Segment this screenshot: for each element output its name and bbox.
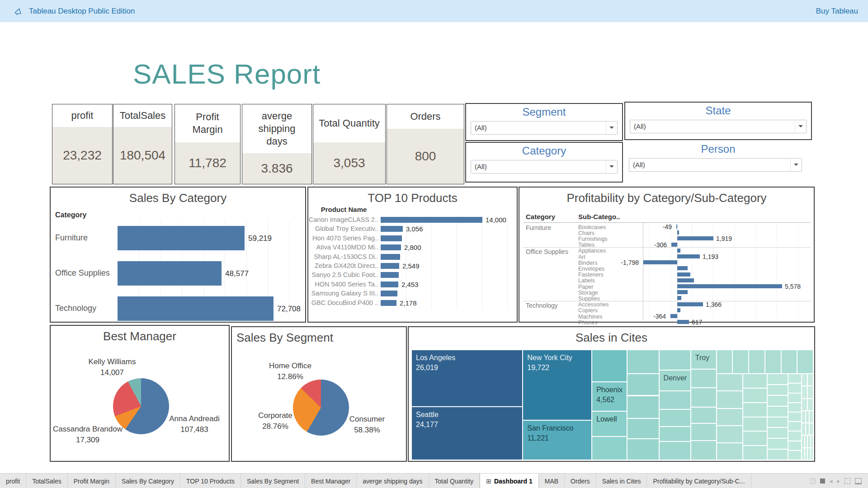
treemap-cell[interactable] (659, 391, 691, 409)
treemap-cell[interactable] (717, 374, 743, 391)
treemap-cell[interactable] (807, 374, 813, 386)
treemap-cell-troy[interactable]: Troy (691, 350, 717, 369)
treemap-cell[interactable] (717, 408, 743, 426)
treemap-cell[interactable] (749, 350, 765, 374)
treemap-cell[interactable] (802, 399, 807, 411)
treemap-cell[interactable] (691, 388, 717, 407)
sheet-tab-profit-margin[interactable]: Profit Margin (68, 474, 116, 488)
treemap-cell[interactable] (806, 411, 810, 423)
category-dropdown[interactable]: (All) (471, 160, 618, 174)
treemap-cell[interactable] (659, 441, 691, 460)
treemap-cell[interactable] (767, 438, 788, 449)
treemap-cell[interactable] (659, 350, 691, 370)
sheet-tab-best-manager[interactable]: Best Manager (305, 474, 357, 488)
product-bar[interactable] (381, 217, 482, 223)
person-dropdown[interactable]: (All) (629, 158, 802, 172)
treemap-cell-los-angeles[interactable]: Los Angeles26,019 (411, 350, 523, 407)
treemap-cell[interactable] (627, 374, 659, 395)
show-sheet-sorter-icon[interactable] (820, 479, 825, 483)
treemap-cell[interactable] (743, 374, 767, 388)
sheet-tab-totalsales[interactable]: TotalSales (26, 474, 68, 488)
treemap-cell[interactable] (788, 422, 802, 431)
sheet-tab-total-quantity[interactable]: Total Quantity (429, 474, 480, 488)
product-bar[interactable] (381, 235, 402, 241)
treemap-cell[interactable] (627, 350, 659, 374)
category-bar[interactable] (118, 226, 245, 250)
treemap-cell[interactable] (767, 417, 788, 428)
product-bar[interactable] (381, 263, 399, 269)
treemap-cell[interactable] (788, 403, 802, 412)
subcategory-bar[interactable] (677, 266, 688, 270)
treemap-cell[interactable] (767, 427, 788, 438)
state-dropdown[interactable]: (All) (630, 120, 807, 133)
treemap-cell[interactable] (592, 436, 627, 460)
subcategory-bar[interactable] (677, 284, 782, 288)
treemap-cell[interactable] (659, 427, 691, 442)
treemap-cell[interactable] (788, 412, 802, 422)
treemap-cell[interactable] (802, 374, 807, 386)
treemap-cell[interactable] (767, 385, 788, 395)
sheet-tab-profitability-by-category-sub-c-[interactable]: Profitability by Category/Sub-C... (647, 474, 751, 488)
presentation-mode-icon[interactable] (855, 478, 862, 484)
treemap-cell[interactable] (659, 409, 691, 427)
treemap-cell[interactable] (806, 423, 810, 435)
treemap-cell[interactable] (807, 399, 813, 411)
product-bar[interactable] (381, 300, 396, 306)
treemap-cell[interactable] (732, 350, 749, 374)
product-bar[interactable] (381, 254, 400, 260)
subcategory-bar[interactable] (677, 308, 680, 312)
treemap-cell-lowell[interactable]: Lowell (592, 411, 627, 436)
treemap-cell[interactable] (767, 395, 788, 406)
treemap-cell[interactable] (691, 423, 717, 441)
subcategory-bar[interactable] (671, 243, 677, 247)
sheet-tab-orders[interactable]: Orders (565, 474, 596, 488)
subcategory-bar[interactable] (643, 260, 677, 264)
treemap-cell[interactable] (743, 446, 767, 460)
sheet-tab-sales-by-segment[interactable]: Sales By Segment (241, 474, 305, 488)
subcategory-bar[interactable] (670, 314, 677, 318)
treemap-cell[interactable] (743, 388, 767, 403)
product-bar[interactable] (381, 282, 398, 287)
pie-chart[interactable] (293, 380, 349, 436)
treemap-cell[interactable] (717, 391, 743, 408)
subcategory-bar[interactable] (677, 254, 700, 258)
treemap-cell[interactable] (811, 435, 813, 447)
treemap-cell[interactable] (691, 441, 717, 460)
product-bar[interactable] (381, 291, 397, 296)
treemap-cell[interactable] (788, 383, 802, 393)
treemap-cell[interactable] (743, 417, 767, 432)
sheet-tab-dashboard-1[interactable]: ⊞Dashboard 1 (480, 474, 539, 488)
treemap-cell[interactable] (811, 448, 813, 460)
treemap-cell[interactable] (802, 423, 806, 435)
previous-sheet-icon[interactable]: ◂ (830, 478, 833, 484)
treemap-cell[interactable] (743, 431, 767, 446)
subcategory-bar[interactable] (677, 278, 694, 282)
treemap-cell[interactable] (627, 396, 659, 418)
treemap-cell[interactable] (809, 411, 813, 423)
subcategory-bar[interactable] (677, 302, 703, 306)
treemap-cell[interactable] (809, 423, 813, 435)
treemap-cell-san-francisco[interactable]: San Francisco11,221 (523, 420, 592, 460)
sheet-tab-averge-shipping-days[interactable]: averge shipping days (357, 474, 429, 488)
treemap-cell[interactable] (788, 374, 802, 383)
category-bar[interactable] (118, 261, 222, 286)
treemap-cell[interactable] (767, 406, 788, 417)
treemap-cell[interactable] (807, 386, 813, 398)
subcategory-bar[interactable] (677, 320, 689, 324)
subcategory-bar[interactable] (677, 272, 690, 277)
treemap-cell[interactable] (802, 411, 806, 423)
treemap-cell[interactable] (788, 450, 802, 460)
product-bar[interactable] (381, 226, 403, 232)
treemap-cell[interactable] (627, 418, 659, 439)
buy-tableau-link[interactable]: Buy Tableau (816, 7, 858, 16)
subcategory-bar[interactable] (677, 290, 688, 294)
treemap-cell[interactable] (788, 393, 802, 403)
treemap-cell[interactable] (788, 431, 802, 441)
sheet-tab-mab[interactable]: MAB (539, 474, 565, 488)
product-bar[interactable] (381, 272, 399, 278)
treemap-cell[interactable] (717, 443, 743, 460)
treemap-cell-seattle[interactable]: Seattle24,177 (411, 407, 523, 460)
treemap-cell-new-york-city[interactable]: New York City19,722 (523, 350, 592, 420)
treemap-cell[interactable] (592, 350, 627, 382)
sheet-tab-profit[interactable]: profit (0, 474, 26, 488)
